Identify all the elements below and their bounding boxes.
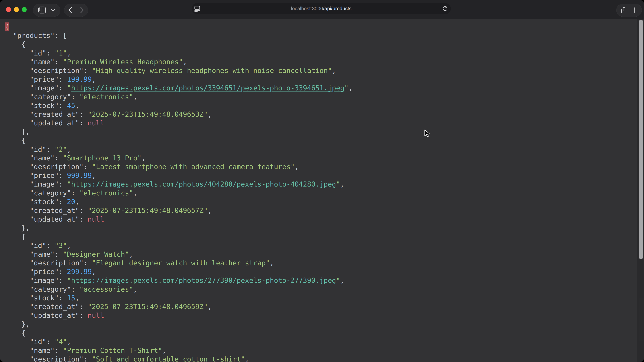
forward-icon [80, 7, 84, 14]
address-bar[interactable]: localhost:3000/api/products [192, 3, 451, 14]
code-line: }, [5, 127, 644, 136]
code-line: "description": "Latest smartphone with a… [5, 162, 644, 171]
share-icon [621, 6, 627, 14]
code-line: { [5, 40, 644, 49]
back-icon [68, 7, 72, 14]
url-host: localhost:3000 [291, 6, 323, 11]
safari-window: localhost:3000/api/products [0, 0, 644, 362]
code-line: "created_at": "2025-07-23T15:49:48.04965… [5, 206, 644, 215]
page-settings-icon[interactable] [194, 5, 200, 12]
sidebar-toggle-button[interactable] [38, 6, 46, 14]
code-line: "name": "Premium Cotton T-Shirt", [5, 346, 644, 355]
code-line: "category": "electronics", [5, 92, 644, 101]
code-line: "name": "Smartphone 13 Pro", [5, 154, 644, 162]
code-line: "image": "https://images.pexels.com/phot… [5, 180, 644, 189]
mouse-cursor [424, 129, 431, 137]
sidebar-button-group [33, 4, 60, 17]
code-line: "image": "https://images.pexels.com/phot… [5, 276, 644, 285]
image-url-link[interactable]: https://images.pexels.com/photos/277390/… [71, 276, 336, 284]
chevron-down-icon [51, 9, 55, 12]
code-line: "image": "https://images.pexels.com/phot… [5, 84, 644, 92]
code-line: "category": "electronics", [5, 189, 644, 197]
code-line: "description": "High-quality wireless he… [5, 66, 644, 75]
code-line: "id": "2", [5, 145, 644, 154]
code-line: "description": "Soft and comfortable cot… [5, 355, 644, 362]
back-button[interactable] [68, 7, 72, 14]
url-path: /api/products [323, 6, 352, 11]
code-line: "created_at": "2025-07-23T15:49:48.04965… [5, 302, 644, 311]
nav-divider [76, 7, 76, 13]
code-line: "price": 299.99, [5, 267, 644, 276]
code-line: "stock": 20, [5, 197, 644, 206]
new-tab-button[interactable] [632, 7, 637, 13]
forward-button[interactable] [80, 7, 84, 14]
code-line: "id": "4", [5, 337, 644, 346]
code-line: "updated_at": null [5, 215, 644, 224]
image-url-link[interactable]: https://images.pexels.com/photos/404280/… [71, 180, 336, 188]
tab-group-chevron-button[interactable] [51, 9, 55, 12]
code-line: "name": "Premium Wireless Headphones", [5, 57, 644, 66]
code-line: "category": "accessories", [5, 285, 644, 294]
reload-button[interactable] [442, 6, 448, 12]
code-line: "name": "Designer Watch", [5, 250, 644, 259]
code-line: "stock": 15, [5, 294, 644, 302]
navigation-button-group [64, 4, 88, 17]
code-line: { [5, 136, 644, 145]
traffic-lights [6, 7, 27, 12]
sidebar-icon [38, 6, 46, 14]
plus-icon [632, 7, 637, 13]
fullscreen-button[interactable] [22, 7, 27, 12]
share-button[interactable] [621, 6, 627, 14]
scrollbar-thumb[interactable] [639, 19, 643, 259]
code-line: { [5, 232, 644, 241]
code-line: "updated_at": null [5, 119, 644, 127]
share-button-group [616, 4, 642, 17]
code-line: "products": [ [5, 31, 644, 40]
code-line: "stock": 45, [5, 101, 644, 110]
minimize-button[interactable] [14, 7, 19, 12]
browser-toolbar: localhost:3000/api/products [0, 0, 644, 19]
code-line: "id": "3", [5, 241, 644, 250]
code-line: "id": "1", [5, 49, 644, 57]
code-line: "updated_at": null [5, 311, 644, 320]
code-line: { [5, 329, 644, 337]
image-url-link[interactable]: https://images.pexels.com/photos/3394651… [71, 84, 344, 92]
json-viewer: { "products": [ { "id": "1", "name": "Pr… [0, 19, 644, 362]
code-line: }, [5, 224, 644, 232]
url-text: localhost:3000/api/products [291, 6, 352, 11]
code-line: "created_at": "2025-07-23T15:49:48.04965… [5, 110, 644, 119]
code-line: "price": 199.99, [5, 75, 644, 84]
json-code: { "products": [ { "id": "1", "name": "Pr… [0, 19, 644, 362]
scrollbar-track[interactable] [637, 19, 644, 362]
close-button[interactable] [6, 7, 11, 12]
code-line: "description": "Elegant designer watch w… [5, 259, 644, 267]
code-line: "price": 999.99, [5, 171, 644, 180]
code-line: }, [5, 320, 644, 329]
code-line: { [5, 22, 644, 31]
